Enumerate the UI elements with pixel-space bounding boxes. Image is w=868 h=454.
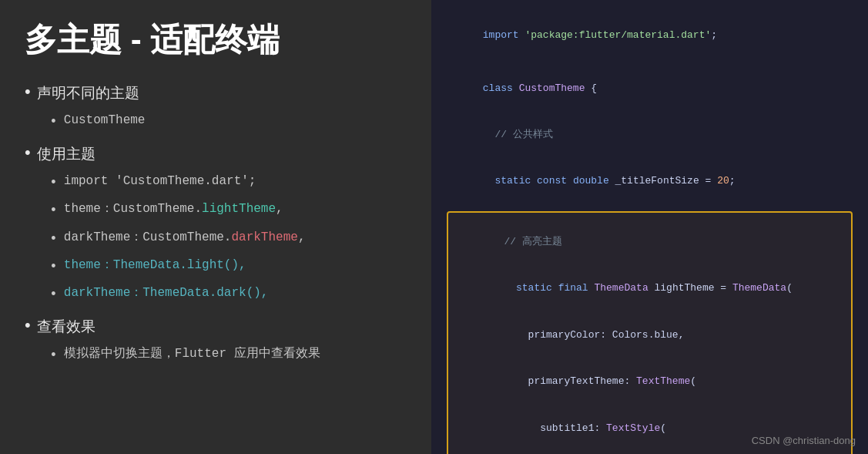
light-line-2: primaryColor: Colors.blue, [456, 312, 843, 358]
static-title-line: static const double _titleFontSize = 20; [447, 158, 853, 204]
list-item-themedata-dark: darkTheme：ThemeData.dark(), [49, 282, 407, 307]
class-line: class CustomTheme { [447, 65, 853, 111]
item-customtheme: CustomTheme [64, 109, 146, 132]
sub-list-view: 模拟器中切换主题，Flutter 应用中查看效果 [49, 343, 407, 368]
light-comment: // 高亮主题 [456, 219, 843, 265]
list-item-theme-light: theme：CustomTheme.lightTheme, [49, 198, 407, 223]
import-line: import 'package:flutter/material.dart'; [447, 12, 853, 59]
list-item-simulator: 模拟器中切换主题，Flutter 应用中查看效果 [49, 343, 407, 368]
comment-common: // 公共样式 [447, 112, 853, 158]
light-line-1: static final ThemeData lightTheme = Them… [456, 265, 843, 311]
theme-light-text: theme：CustomTheme.lightTheme, [64, 198, 283, 220]
left-panel: 多主题 - 适配终端 声明不同的主题 CustomTheme 使用主题 impo… [0, 0, 431, 454]
list-item-themedata-light: theme：ThemeData.light(), [49, 254, 407, 279]
import-text: import 'CustomTheme.dart'; [64, 170, 256, 193]
right-panel: import 'package:flutter/material.dart'; … [431, 0, 868, 454]
theme-dark-text: darkTheme：CustomTheme.darkTheme, [64, 227, 306, 249]
section-view-effect: 查看效果 [25, 314, 407, 340]
themedata-dark-text: darkTheme：ThemeData.dark(), [64, 282, 269, 304]
sub-list-declare: CustomTheme [49, 109, 407, 134]
simulator-text: 模拟器中切换主题，Flutter 应用中查看效果 [64, 343, 320, 365]
section-declare-theme: 声明不同的主题 [25, 80, 407, 106]
list-item-import: import 'CustomTheme.dart'; [49, 170, 407, 195]
themedata-light-text: theme：ThemeData.light(), [64, 254, 246, 277]
light-theme-box: // 高亮主题 static final ThemeData lightThem… [447, 211, 853, 454]
light-line-3: primaryTextTheme: TextTheme( [456, 358, 843, 405]
sub-list-use: import 'CustomTheme.dart'; theme：CustomT… [49, 170, 407, 308]
list-item-theme-dark: darkTheme：CustomTheme.darkTheme, [49, 227, 407, 251]
code-area: import 'package:flutter/material.dart'; … [447, 12, 853, 454]
list-item: CustomTheme [49, 109, 407, 134]
bullet-list: 声明不同的主题 CustomTheme 使用主题 import 'CustomT… [25, 80, 407, 368]
watermark: CSDN @christian-dong [752, 435, 856, 446]
page-title: 多主题 - 适配终端 [25, 18, 407, 62]
section-use-theme: 使用主题 [25, 141, 407, 167]
